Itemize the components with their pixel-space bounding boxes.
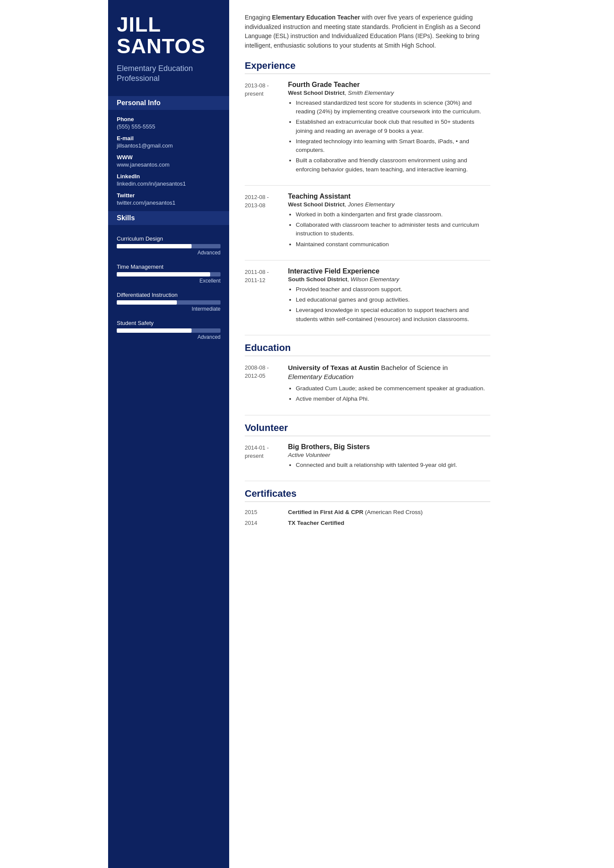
info-label: WWW <box>117 154 221 161</box>
bullet-item: Increased standardized test score for st… <box>296 99 490 116</box>
experience-title: Experience <box>245 60 490 74</box>
info-label: E-mail <box>117 135 221 141</box>
candidate-title: Elementary Education Professional <box>117 64 221 84</box>
entry-bullets: Worked in both a kindergarten and first … <box>288 210 490 249</box>
personal-info-header: Personal Info <box>108 96 229 110</box>
skill-bar-fill <box>117 328 192 333</box>
education-entry: 2008-08 -2012-05 University of Texas at … <box>245 363 490 405</box>
bullet-item: Connected and built a relationship with … <box>296 461 490 469</box>
info-item: E-mailjillsantos1@gmail.com <box>117 135 221 149</box>
entry-job-title: Fourth Grade Teacher <box>288 81 490 89</box>
skill-bar-bg <box>117 244 221 248</box>
entry-job-title: Teaching Assistant <box>288 193 490 200</box>
info-item: WWWwww.janesantos.com <box>117 154 221 168</box>
cert-desc: Certified in First Aid & CPR (American R… <box>288 509 423 515</box>
bullet-item: Leveraged knowledge in special education… <box>296 306 490 324</box>
info-value: jillsantos1@gmail.com <box>117 142 221 149</box>
info-value: linkedin.com/in/janesantos1 <box>117 180 221 187</box>
entry-bullets: Provided teacher and classroom support.L… <box>288 285 490 324</box>
cert-desc: TX Teacher Certified <box>288 520 344 526</box>
skill-name: Differentiated Instruction <box>117 292 221 298</box>
entry-date: 2013-08 -present <box>245 81 288 176</box>
skill-level: Excellent <box>117 278 221 284</box>
bullet-item: Provided teacher and classroom support. <box>296 285 490 294</box>
entry-date: 2008-08 -2012-05 <box>245 363 288 405</box>
skills-header: Skills <box>108 211 229 225</box>
entry-date: 2012-08 -2013-08 <box>245 193 288 251</box>
info-label: Phone <box>117 116 221 122</box>
entry-bullets: Increased standardized test score for st… <box>288 99 490 174</box>
info-item: Twittertwitter.com/janesantos1 <box>117 192 221 206</box>
entry-content: Teaching Assistant West School District,… <box>288 193 490 251</box>
entry-bullets: Connected and built a relationship with … <box>288 461 490 469</box>
experience-entry: 2011-08 -2011-12 Interactive Field Exper… <box>245 267 490 325</box>
skill-bar-bg <box>117 328 221 333</box>
skill-bar-fill <box>117 244 192 248</box>
entry-content: Fourth Grade Teacher West School Distric… <box>288 81 490 176</box>
personal-info-list: Phone(555) 555-5555E-mailjillsantos1@gma… <box>117 116 221 211</box>
certificates-title: Certificates <box>245 488 490 502</box>
entry-org: West School District, Jones Elementary <box>288 201 490 208</box>
bullet-item: Graduated Cum Laude; asked be commenceme… <box>296 384 490 393</box>
resume-container: JILL SANTOS Elementary Education Profess… <box>108 0 506 868</box>
entry-content: University of Texas at Austin Bachelor o… <box>288 363 490 405</box>
skill-bar-fill <box>117 300 177 305</box>
volunteer-list: 2014-01 -present Big Brothers, Big Siste… <box>245 443 490 481</box>
entry-content: Big Brothers, Big Sisters Active Volunte… <box>288 443 490 471</box>
certificates-section: Certificates 2015 Certified in First Aid… <box>245 488 490 526</box>
volunteer-section: Volunteer 2014-01 -present Big Brothers,… <box>245 422 490 481</box>
skill-item: Student Safety Advanced <box>117 320 221 340</box>
skill-name: Curriculum Design <box>117 235 221 242</box>
bullet-item: Active member of Alpha Phi. <box>296 395 490 403</box>
info-value: www.janesantos.com <box>117 161 221 168</box>
education-list: 2008-08 -2012-05 University of Texas at … <box>245 363 490 415</box>
skill-level: Advanced <box>117 334 221 340</box>
certificate-row: 2014 TX Teacher Certified <box>245 520 490 526</box>
bullet-item: Worked in both a kindergarten and first … <box>296 210 490 219</box>
skill-level: Intermediate <box>117 306 221 312</box>
bullet-item: Collaborated with classroom teacher to a… <box>296 221 490 238</box>
bullet-item: Established an extracurricular book club… <box>296 118 490 135</box>
skill-item: Time Management Excellent <box>117 264 221 284</box>
skill-level: Advanced <box>117 250 221 256</box>
main-content: Engaging Elementary Education Teacher wi… <box>229 0 506 868</box>
info-item: Phone(555) 555-5555 <box>117 116 221 130</box>
entry-bullets: Graduated Cum Laude; asked be commenceme… <box>288 384 490 404</box>
cert-year: 2015 <box>245 509 288 515</box>
bullet-item: Led educational games and group activiti… <box>296 296 490 304</box>
skill-item: Curriculum Design Advanced <box>117 235 221 256</box>
experience-section: Experience 2013-08 -present Fourth Grade… <box>245 60 490 335</box>
skill-item: Differentiated Instruction Intermediate <box>117 292 221 312</box>
candidate-name: JILL SANTOS <box>117 14 221 58</box>
certificate-row: 2015 Certified in First Aid & CPR (Ameri… <box>245 509 490 515</box>
entry-job-title: Interactive Field Experience <box>288 267 490 275</box>
bullet-item: Built a collaborative and friendly class… <box>296 156 490 174</box>
skill-name: Time Management <box>117 264 221 270</box>
education-title: Education <box>245 342 490 356</box>
summary-text: Engaging Elementary Education Teacher wi… <box>245 13 490 51</box>
entry-date: 2011-08 -2011-12 <box>245 267 288 325</box>
skills-list: Curriculum Design Advanced Time Manageme… <box>117 235 221 348</box>
edu-degree: University of Texas at Austin Bachelor o… <box>288 363 490 382</box>
entry-content: Interactive Field Experience South Schoo… <box>288 267 490 325</box>
skill-bar-bg <box>117 272 221 276</box>
skill-bar-bg <box>117 300 221 305</box>
info-value: (555) 555-5555 <box>117 123 221 130</box>
experience-list: 2013-08 -present Fourth Grade Teacher We… <box>245 81 490 335</box>
info-label: Twitter <box>117 192 221 199</box>
entry-org: West School District, Smith Elementary <box>288 90 490 96</box>
volunteer-entry: 2014-01 -present Big Brothers, Big Siste… <box>245 443 490 471</box>
entry-org: South School District, Wilson Elementary <box>288 276 490 283</box>
info-label: LinkedIn <box>117 173 221 180</box>
volunteer-title: Volunteer <box>245 422 490 436</box>
entry-role: Active Volunteer <box>288 452 490 458</box>
bullet-item: Maintained constant communication <box>296 240 490 249</box>
skill-name: Student Safety <box>117 320 221 326</box>
certificates-list: 2015 Certified in First Aid & CPR (Ameri… <box>245 509 490 526</box>
entry-date: 2014-01 -present <box>245 443 288 471</box>
sidebar: JILL SANTOS Elementary Education Profess… <box>108 0 229 868</box>
bullet-item: Integrated technology into learning with… <box>296 137 490 155</box>
info-value: twitter.com/janesantos1 <box>117 199 221 206</box>
cert-year: 2014 <box>245 520 288 526</box>
education-section: Education 2008-08 -2012-05 University of… <box>245 342 490 415</box>
